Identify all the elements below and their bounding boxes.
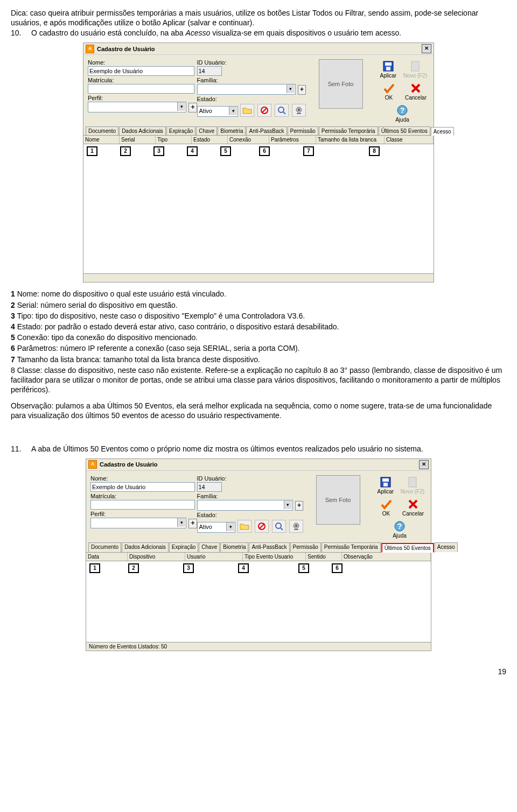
label-id: ID Usuário: bbox=[197, 59, 306, 66]
add-perfil-button[interactable]: + bbox=[188, 519, 197, 528]
tab-documento[interactable]: Documento bbox=[88, 542, 121, 552]
svg-point-14 bbox=[276, 523, 281, 528]
tab-chave[interactable]: Chave bbox=[196, 126, 217, 135]
callout-2: 2 bbox=[120, 146, 131, 156]
combo-estado[interactable]: Ativo bbox=[197, 106, 239, 117]
cancelar-button[interactable]: Cancelar bbox=[405, 82, 427, 101]
folder-icon[interactable] bbox=[240, 104, 254, 117]
combo-familia[interactable] bbox=[197, 84, 296, 95]
tab-documento[interactable]: Documento bbox=[86, 126, 118, 135]
tab-dados-adicionais[interactable]: Dados Adicionais bbox=[119, 126, 166, 135]
col-usuario[interactable]: Usuario bbox=[185, 553, 243, 561]
tab-antipassback[interactable]: Anti-PassBack bbox=[246, 126, 287, 135]
ok-button[interactable]: OK bbox=[378, 82, 400, 101]
combo-perfil[interactable] bbox=[88, 102, 186, 112]
svg-line-1 bbox=[262, 108, 267, 112]
svg-point-5 bbox=[298, 109, 300, 111]
photo-placeholder: Sem Foto bbox=[319, 59, 363, 109]
tab-expiracao[interactable]: Expiração bbox=[169, 542, 198, 552]
tab-permissao-temp[interactable]: Permissão Temporária bbox=[322, 542, 381, 552]
svg-line-13 bbox=[260, 524, 264, 528]
col-sentido[interactable]: Sentido bbox=[306, 553, 342, 561]
ajuda-button[interactable]: ?Ajuda bbox=[389, 520, 410, 539]
input-matricula[interactable] bbox=[90, 500, 195, 510]
callout-6: 6 bbox=[332, 563, 343, 573]
tab-expiracao[interactable]: Expiração bbox=[166, 126, 195, 135]
page-number: 19 bbox=[11, 667, 506, 676]
callout-4: 4 bbox=[238, 563, 249, 573]
col-data[interactable]: Data bbox=[86, 553, 128, 561]
col-estado[interactable]: Estado bbox=[192, 136, 228, 144]
novo-button[interactable]: Novo (F2) bbox=[401, 476, 424, 495]
ok-button[interactable]: OK bbox=[375, 498, 397, 517]
combo-perfil[interactable] bbox=[90, 518, 186, 528]
input-nome[interactable] bbox=[90, 482, 195, 492]
label-estado: Estado: bbox=[197, 512, 304, 518]
svg-text:?: ? bbox=[400, 106, 405, 115]
tab-dados-adicionais[interactable]: Dados Adicionais bbox=[122, 542, 169, 552]
svg-line-3 bbox=[283, 112, 285, 114]
tab-chave[interactable]: Chave bbox=[199, 542, 220, 552]
item-11-text: A aba de Últimos 50 Eventos como o própr… bbox=[31, 444, 506, 453]
list-number-11: 11. bbox=[11, 444, 31, 453]
status-bar-2: Número de Eventos Listados: 50 bbox=[86, 642, 431, 651]
col-nome[interactable]: Nome bbox=[83, 136, 120, 144]
col-classe[interactable]: Classe bbox=[385, 136, 434, 144]
tab-antipassback[interactable]: Anti-PassBack bbox=[249, 542, 289, 552]
close-button[interactable]: ✕ bbox=[422, 44, 431, 53]
tab-acesso[interactable]: Acesso bbox=[431, 127, 454, 136]
tip-text: Dica: caso queira atribuir permissões te… bbox=[11, 8, 506, 27]
table-body-1: 1 2 3 4 5 6 7 8 bbox=[83, 144, 434, 273]
callout-3: 3 bbox=[183, 563, 194, 573]
tab-ultimos50[interactable]: Últimos 50 Eventos bbox=[379, 126, 430, 135]
col-dispositivo[interactable]: Dispositivo bbox=[128, 553, 185, 561]
add-familia-button[interactable]: + bbox=[298, 85, 306, 95]
input-matricula[interactable] bbox=[88, 84, 194, 94]
col-tipoevento[interactable]: Tipo Evento Usuario bbox=[243, 553, 306, 561]
svg-rect-19 bbox=[382, 478, 389, 482]
label-perfil: Perfil: bbox=[88, 95, 197, 101]
tab-permissao[interactable]: Permissão bbox=[288, 126, 318, 135]
zoom-icon[interactable] bbox=[275, 104, 289, 117]
aplicar-button[interactable]: Aplicar bbox=[378, 60, 399, 79]
col-tipo[interactable]: Tipo bbox=[156, 136, 192, 144]
status-bar-1 bbox=[83, 273, 434, 282]
webcam-icon[interactable] bbox=[292, 104, 306, 117]
zoom-icon[interactable] bbox=[272, 520, 286, 533]
col-parametros[interactable]: Parâmetros bbox=[269, 136, 316, 144]
webcam-icon[interactable] bbox=[289, 520, 303, 533]
legend-1: 1 Nome: nome do dispositivo o qual este … bbox=[11, 289, 506, 299]
callout-5: 5 bbox=[220, 146, 231, 156]
prohibit-icon[interactable] bbox=[257, 104, 271, 117]
col-tamanho[interactable]: Tamanho da lista branca bbox=[316, 136, 385, 144]
col-observacao[interactable]: Observação bbox=[342, 553, 431, 561]
callout-3: 3 bbox=[153, 146, 164, 156]
input-nome[interactable] bbox=[88, 66, 194, 76]
item-10-text: O cadastro do usuário está concluído, na… bbox=[31, 29, 401, 37]
tab-permissao[interactable]: Permissão bbox=[290, 542, 321, 552]
tab-biometria[interactable]: Biometria bbox=[220, 542, 248, 552]
add-perfil-button[interactable]: + bbox=[188, 103, 197, 112]
legend-3: 3 Tipo: tipo do dispositivo, neste caso … bbox=[11, 311, 506, 321]
cancelar-button[interactable]: Cancelar bbox=[402, 498, 424, 517]
window-title: Cadastro de Usuário bbox=[97, 46, 422, 52]
add-familia-button[interactable]: + bbox=[295, 501, 303, 511]
folder-icon[interactable] bbox=[237, 520, 251, 533]
ajuda-button[interactable]: ?Ajuda bbox=[392, 104, 413, 123]
svg-rect-7 bbox=[385, 62, 392, 66]
novo-button[interactable]: Novo (F2) bbox=[403, 60, 427, 79]
callout-7: 7 bbox=[303, 146, 314, 156]
svg-rect-9 bbox=[411, 61, 419, 71]
combo-estado[interactable]: Ativo bbox=[197, 522, 236, 533]
col-conexao[interactable]: Conexão bbox=[228, 136, 269, 144]
tab-ultimos50[interactable]: Últimos 50 Eventos bbox=[381, 543, 434, 553]
tab-acesso[interactable]: Acesso bbox=[435, 542, 458, 552]
tab-biometria[interactable]: Biometria bbox=[218, 126, 246, 135]
col-serial[interactable]: Serial bbox=[120, 136, 156, 144]
photo-placeholder: Sem Foto bbox=[316, 475, 360, 525]
prohibit-icon[interactable] bbox=[255, 520, 269, 533]
tab-permissao-temp[interactable]: Permissão Temporária bbox=[319, 126, 378, 135]
combo-familia[interactable] bbox=[197, 500, 293, 511]
aplicar-button[interactable]: Aplicar bbox=[375, 476, 396, 495]
close-button[interactable]: ✕ bbox=[419, 460, 429, 469]
